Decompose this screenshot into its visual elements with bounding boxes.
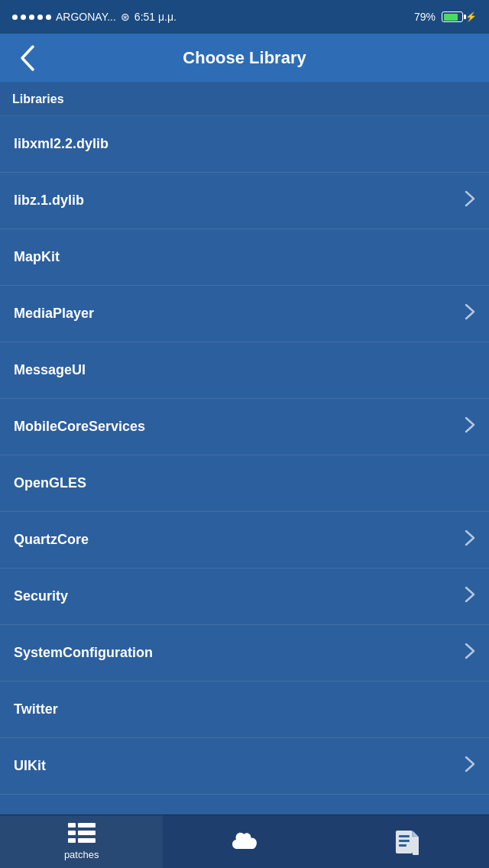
status-bar: ARGONAY... ⊛ 6:51 μ.μ. 79% ⚡: [0, 0, 489, 34]
nav-title: Choose Library: [183, 48, 306, 68]
tab-patches[interactable]: patches: [0, 815, 163, 868]
nav-bar: Choose Library: [0, 34, 489, 83]
charging-icon: ⚡: [465, 11, 477, 22]
wifi-icon: ⊛: [121, 11, 130, 23]
tab-notes[interactable]: [326, 815, 489, 868]
status-right: 79% ⚡: [414, 11, 477, 23]
chevron-right-icon: [465, 416, 475, 438]
library-name: UIKit: [14, 758, 46, 774]
list-item[interactable]: libz.1.dylib: [0, 173, 489, 229]
list-item[interactable]: Twitter: [0, 682, 489, 738]
list-item[interactable]: MapKit: [0, 229, 489, 286]
list-item[interactable]: UIKit: [0, 738, 489, 795]
library-name: Twitter: [14, 701, 58, 717]
back-button[interactable]: [12, 43, 43, 73]
list-item[interactable]: libxml2.2.dylib: [0, 116, 489, 173]
svg-rect-5: [78, 838, 96, 843]
library-name: SystemConfiguration: [14, 645, 153, 661]
battery-indicator: ⚡: [442, 11, 477, 22]
library-name: MessageUI: [14, 362, 86, 378]
library-name: libz.1.dylib: [14, 193, 84, 209]
tab-bar: patches: [0, 815, 489, 868]
svg-rect-2: [68, 831, 76, 835]
status-left: ARGONAY... ⊛ 6:51 μ.μ.: [12, 11, 176, 23]
chevron-right-icon: [465, 530, 475, 551]
patches-icon: [68, 823, 96, 846]
library-name: QuartzCore: [14, 532, 89, 548]
svg-rect-1: [78, 823, 96, 828]
list-item[interactable]: MobileCoreServices: [0, 399, 489, 455]
svg-rect-9: [399, 844, 406, 847]
chevron-right-icon: [465, 643, 475, 664]
library-name: OpenGLES: [14, 475, 86, 491]
notes-icon: [394, 829, 420, 855]
list-item[interactable]: SystemConfiguration: [0, 625, 489, 682]
section-header: Libraries: [0, 83, 489, 116]
section-header-label: Libraries: [12, 92, 64, 106]
chevron-right-icon: [465, 190, 475, 212]
list-item[interactable]: MessageUI: [0, 342, 489, 399]
battery-percent: 79%: [414, 11, 436, 23]
carrier-label: ARGONAY...: [56, 11, 116, 23]
list-item[interactable]: OpenGLES: [0, 455, 489, 512]
chevron-right-icon: [465, 756, 475, 777]
time-label: 6:51 μ.μ.: [134, 11, 176, 23]
library-name: MobileCoreServices: [14, 419, 145, 435]
svg-rect-3: [78, 831, 96, 835]
signal-dots: [12, 15, 51, 20]
tab-patches-label: patches: [64, 849, 99, 860]
list-item[interactable]: Security: [0, 568, 489, 625]
list-item[interactable]: MediaPlayer: [0, 286, 489, 342]
library-list: libxml2.2.dyliblibz.1.dylibMapKitMediaPl…: [0, 116, 489, 795]
library-name: MapKit: [14, 249, 60, 265]
svg-rect-10: [413, 837, 419, 855]
svg-rect-4: [68, 838, 76, 843]
chevron-right-icon: [465, 303, 475, 325]
library-name: Security: [14, 588, 68, 604]
chevron-right-icon: [465, 586, 475, 607]
library-name: libxml2.2.dylib: [14, 136, 108, 152]
svg-rect-7: [399, 835, 410, 837]
svg-rect-8: [399, 840, 410, 842]
list-item[interactable]: QuartzCore: [0, 512, 489, 568]
library-name: MediaPlayer: [14, 306, 94, 322]
cloud-icon: [230, 831, 259, 853]
svg-rect-0: [68, 823, 76, 828]
tab-cloud[interactable]: [163, 815, 325, 868]
